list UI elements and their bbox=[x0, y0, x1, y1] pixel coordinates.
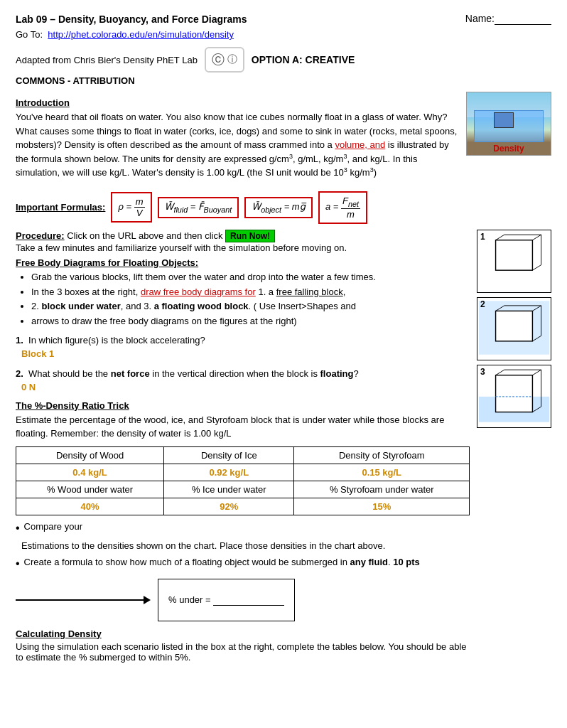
intro-heading: Introduction bbox=[16, 97, 459, 108]
question-2: 2. What should be the net force in the v… bbox=[16, 367, 470, 395]
wood-pct: 40% bbox=[16, 498, 164, 515]
density-trick-heading: The %-Density Ratio Trick bbox=[16, 400, 470, 411]
formula-rho: ρ = m V bbox=[111, 192, 151, 223]
table-percent-row: 40% 92% 15% bbox=[16, 498, 470, 515]
table-label-row: % Wood under water % Ice under water % S… bbox=[16, 481, 470, 498]
col-styro-header: Density of Styrofoam bbox=[294, 446, 470, 464]
free-falling-underline: free falling block bbox=[276, 287, 343, 297]
wood-density: 0.4 kg/L bbox=[16, 464, 164, 481]
formula-wobject: W̄object = mg̅ bbox=[244, 197, 313, 218]
adapted-text: Adapted from Chris Bier's Density PhET L… bbox=[16, 55, 198, 65]
calculating-heading: Calculating Density bbox=[16, 628, 470, 639]
calculating-text: Using the simulation each scenario liste… bbox=[16, 641, 470, 663]
question-1: 1. In which figure(s) is the block accel… bbox=[16, 333, 470, 361]
percent-under-label: % under = bbox=[168, 594, 211, 605]
main-content: Procedure: Click on the URL above and th… bbox=[16, 230, 551, 663]
lab-title: Lab 09 – Density, Buoyancy, and Force Di… bbox=[16, 14, 247, 25]
sim-label: Density bbox=[467, 144, 551, 154]
header: Lab 09 – Density, Buoyancy, and Force Di… bbox=[16, 13, 551, 25]
sim-thumbnail: Density bbox=[466, 92, 551, 156]
percent-under-box: % under = bbox=[158, 579, 295, 621]
table-density-row: 0.4 kg/L 0.92 kg/L 0.15 kg/L bbox=[16, 464, 470, 481]
fbd-bullets: Grab the various blocks, lift them over … bbox=[31, 270, 470, 329]
diagram-2-number: 2 bbox=[480, 299, 485, 309]
procedure-text1: Click on the URL above and then click bbox=[67, 230, 222, 241]
fbd-heading: Free Body Diagrams for Floating Objects: bbox=[16, 257, 470, 268]
cc-icon: ⓒ ⓘ bbox=[205, 47, 244, 73]
compare-text: Compare your bbox=[24, 521, 82, 532]
goto-link[interactable]: http://phet.colorado.edu/en/simulation/d… bbox=[48, 29, 234, 40]
q2-text: What should be the net force in the vert… bbox=[28, 368, 359, 379]
procedure-heading: Procedure: bbox=[16, 230, 65, 241]
arrow-formula-row: % under = bbox=[16, 579, 470, 621]
svg-line-1 bbox=[532, 235, 541, 240]
svg-rect-14 bbox=[496, 375, 533, 412]
formula-row: Important Formulas: ρ = m V W̄fluid = F̄… bbox=[16, 191, 551, 224]
formula-accel: a = Fnet m bbox=[318, 191, 367, 224]
ice-density: 0.92 kg/L bbox=[164, 464, 294, 481]
arrow-line bbox=[16, 599, 144, 601]
ice-pct-label: % Ice under water bbox=[164, 481, 294, 498]
diagram-2: 2 bbox=[477, 297, 551, 360]
diagram-1: 1 bbox=[477, 230, 551, 293]
by-circle: ⓘ bbox=[227, 53, 237, 66]
density-table: Density of Wood Density of Ice Density o… bbox=[16, 446, 470, 515]
col-ice-header: Density of Ice bbox=[164, 446, 294, 464]
q1-number: 1. bbox=[16, 335, 23, 346]
intro-left: Introduction You've heard that oil float… bbox=[16, 92, 459, 184]
diagram-3-svg bbox=[479, 367, 549, 424]
wood-pct-label: % Wood under water bbox=[16, 481, 164, 498]
svg-line-17 bbox=[496, 370, 504, 375]
density-trick-section: The %-Density Ratio Trick Estimate the p… bbox=[16, 400, 470, 441]
diagram-2-svg bbox=[479, 299, 549, 356]
sim-thumbnail-wrapper: Density bbox=[466, 92, 551, 184]
block-in-tank bbox=[494, 112, 514, 128]
density-trick-text: Estimate the percentage of the wood, ice… bbox=[16, 413, 470, 441]
svg-line-15 bbox=[532, 370, 541, 375]
commons-line: COMMONS - ATTRIBUTION bbox=[16, 75, 551, 86]
main-left: Procedure: Click on the URL above and th… bbox=[16, 230, 470, 663]
svg-line-2 bbox=[532, 264, 541, 270]
cc-circle: ⓒ bbox=[212, 51, 225, 68]
styro-density: 0.15 kg/L bbox=[294, 464, 470, 481]
q1-answer: Block 1 bbox=[21, 348, 54, 359]
ice-pct: 92% bbox=[164, 498, 294, 515]
formula-bullet-section: • Create a formula to show how much of a… bbox=[16, 557, 470, 621]
fbd-bullet-4: arrows to draw the free body diagrams on… bbox=[31, 314, 470, 329]
styro-pct: 15% bbox=[294, 498, 470, 515]
fbd-bullet-2: In the 3 boxes at the right, draw free b… bbox=[31, 285, 470, 300]
accel-fraction: Fnet m bbox=[341, 196, 360, 220]
volume-underline: volume, and bbox=[335, 139, 385, 150]
compare-section: • Compare your Estimations to the densit… bbox=[16, 521, 470, 551]
diagram-1-svg bbox=[479, 232, 549, 289]
long-arrow bbox=[16, 596, 151, 604]
formula-bullet-text: Create a formula to show how much of a f… bbox=[24, 557, 420, 567]
formula-label: Important Formulas: bbox=[16, 202, 105, 213]
attribution-row: Adapted from Chris Bier's Density PhET L… bbox=[16, 47, 551, 73]
procedure-text2: Take a few minutes and familiarize yours… bbox=[16, 242, 347, 253]
calculating-section: Calculating Density Using the simulation… bbox=[16, 628, 470, 663]
q2-answer: 0 N bbox=[21, 382, 36, 392]
q1-text: In which figure(s) is the block accelera… bbox=[28, 335, 205, 346]
rho-fraction: m V bbox=[134, 196, 145, 218]
diagram-3-number: 3 bbox=[480, 367, 485, 377]
goto-label: Go To: bbox=[16, 29, 43, 40]
svg-line-3 bbox=[496, 235, 504, 240]
name-label: Name: bbox=[465, 13, 551, 25]
arrow-head bbox=[144, 596, 151, 604]
option-label: OPTION A: CREATIVE bbox=[252, 54, 355, 65]
diagram-3: 3 bbox=[477, 365, 551, 428]
compare-bullet-dot: • bbox=[16, 521, 20, 536]
svg-rect-0 bbox=[496, 240, 533, 269]
run-now-button[interactable]: Run Now! bbox=[225, 230, 275, 242]
fbd-bullet-3: 2. block under water, and 3. a floating … bbox=[31, 299, 470, 314]
top-section: Introduction You've heard that oil float… bbox=[16, 92, 551, 184]
svg-rect-7 bbox=[496, 311, 533, 341]
compare-line2: Estimations to the densities shown on th… bbox=[21, 540, 470, 551]
col-wood-header: Density of Wood bbox=[16, 446, 164, 464]
formula-wfluid: W̄fluid = F̄Buoyant bbox=[158, 197, 239, 218]
right-diagrams: 1 2 bbox=[477, 230, 551, 663]
goto-row: Go To: http://phet.colorado.edu/en/simul… bbox=[16, 29, 551, 40]
fbd-bullet-1: Grab the various blocks, lift them over … bbox=[31, 270, 470, 285]
percent-under-blank bbox=[213, 594, 284, 606]
